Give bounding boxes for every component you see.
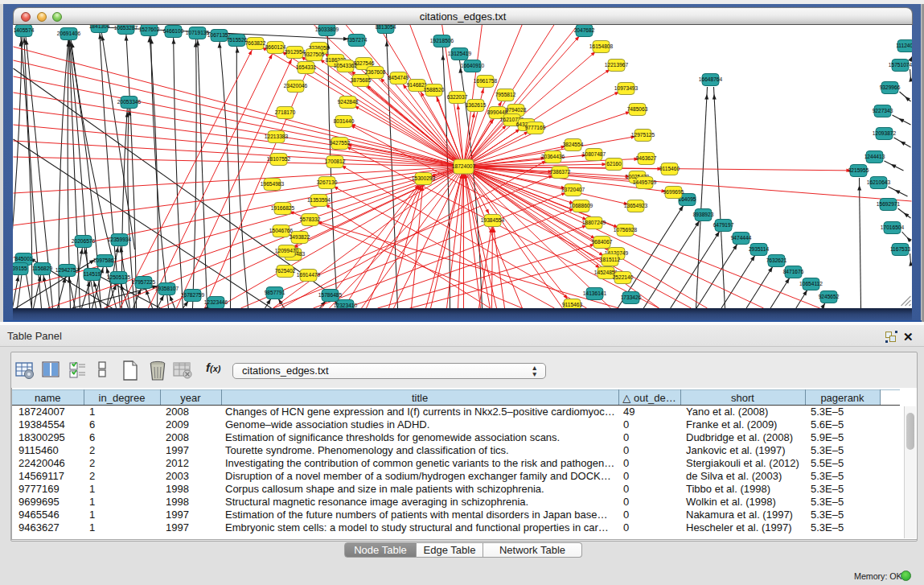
- svg-text:9474444: 9474444: [731, 235, 752, 241]
- svg-text:1588520: 1588520: [424, 87, 445, 93]
- svg-text:1112404: 1112404: [896, 43, 912, 48]
- svg-text:3875685: 3875685: [351, 77, 372, 83]
- svg-text:10719135: 10719135: [186, 30, 210, 35]
- svg-text:7663822: 7663822: [245, 40, 266, 46]
- svg-text:9684067: 9684067: [592, 239, 613, 245]
- svg-text:10756928: 10756928: [614, 227, 638, 233]
- svg-text:16210643: 16210643: [867, 179, 891, 185]
- svg-text:6479197: 6479197: [713, 222, 734, 228]
- svg-text:7386372: 7386372: [550, 169, 571, 175]
- svg-text:10973493: 10973493: [614, 85, 639, 91]
- svg-text:12942757: 12942757: [55, 267, 80, 273]
- svg-text:15046766: 15046766: [269, 228, 294, 233]
- svg-text:1362615: 1362615: [466, 102, 487, 108]
- svg-text:6322037: 6322037: [447, 94, 468, 100]
- svg-text:9245652: 9245652: [819, 294, 840, 299]
- svg-text:114519: 114519: [84, 271, 101, 277]
- svg-text:845001: 845001: [14, 256, 32, 262]
- svg-text:11353594: 11353594: [307, 197, 331, 203]
- svg-text:20364436: 20364436: [541, 154, 565, 159]
- svg-text:1841304: 1841304: [89, 25, 110, 29]
- svg-text:8215955: 8215955: [848, 167, 869, 173]
- svg-text:8471676: 8471676: [783, 269, 804, 274]
- svg-text:14495769: 14495769: [633, 179, 657, 185]
- svg-text:5578332: 5578332: [300, 216, 321, 222]
- svg-text:14136141: 14136141: [583, 290, 607, 296]
- svg-text:10975867: 10975867: [93, 257, 117, 263]
- svg-text:1167533: 1167533: [890, 246, 911, 252]
- svg-text:3493822: 3493822: [290, 234, 310, 240]
- svg-text:9699695: 9699695: [663, 189, 684, 195]
- svg-text:18724007: 18724007: [452, 163, 476, 169]
- svg-text:16782759: 16782759: [181, 292, 205, 298]
- svg-text:8031440: 8031440: [334, 118, 355, 124]
- svg-text:62160: 62160: [606, 161, 622, 167]
- svg-text:7632621: 7632621: [766, 257, 787, 263]
- svg-text:39155: 39155: [13, 266, 27, 271]
- svg-text:7357274: 7357274: [347, 37, 368, 43]
- svg-text:2522140: 2522140: [613, 274, 634, 280]
- svg-text:16914479: 16914479: [297, 272, 321, 278]
- svg-text:18807249: 18807249: [582, 220, 606, 225]
- svg-text:12213383: 12213383: [265, 134, 289, 139]
- svg-text:1815112: 1815112: [600, 257, 621, 262]
- svg-text:2935114: 2935114: [749, 246, 770, 252]
- svg-text:10654112: 10654112: [799, 281, 823, 286]
- svg-text:6466100: 6466100: [163, 28, 184, 34]
- svg-text:23420046: 23420046: [284, 83, 308, 89]
- svg-text:10543362: 10543362: [334, 63, 358, 68]
- svg-text:13720407: 13720407: [561, 187, 585, 192]
- svg-text:16961758: 16961758: [474, 78, 498, 84]
- svg-text:1700812: 1700812: [325, 159, 346, 164]
- svg-text:9427552: 9427552: [330, 140, 351, 146]
- svg-text:3824554: 3824554: [563, 142, 584, 147]
- svg-text:20206576: 20206576: [72, 238, 96, 244]
- svg-text:1654331: 1654331: [296, 64, 317, 70]
- svg-text:12323446: 12323446: [204, 299, 228, 305]
- svg-text:19358107: 19358107: [155, 286, 179, 291]
- svg-text:12093872: 12093872: [873, 130, 897, 136]
- svg-text:16648764: 16648764: [699, 76, 723, 82]
- svg-text:16154808: 16154808: [589, 43, 614, 49]
- svg-text:9115460: 9115460: [659, 166, 680, 171]
- svg-text:13654923: 13654923: [624, 203, 648, 208]
- svg-text:9115463: 9115463: [562, 302, 583, 307]
- svg-text:3267130: 3267130: [317, 179, 338, 185]
- svg-text:8813054: 8813054: [376, 25, 396, 30]
- svg-text:1244413: 1244413: [864, 154, 885, 159]
- svg-text:19384554: 19384554: [481, 217, 505, 223]
- svg-text:8660124: 8660124: [265, 44, 286, 50]
- svg-text:12099470: 12099470: [275, 248, 299, 253]
- svg-text:20053346: 20053346: [117, 99, 142, 105]
- svg-text:10688609: 10688609: [569, 203, 593, 208]
- svg-text:15751074: 15751074: [889, 62, 912, 68]
- svg-text:9857791: 9857791: [265, 290, 285, 295]
- svg-text:13125419: 13125419: [448, 51, 472, 56]
- svg-text:9327505: 9327505: [304, 51, 325, 57]
- svg-text:20691406: 20691406: [57, 31, 81, 36]
- svg-text:1527602: 1527602: [139, 27, 160, 32]
- svg-text:17957225: 17957225: [132, 279, 156, 285]
- svg-text:2367608: 2367608: [365, 69, 386, 75]
- svg-text:7955812: 7955812: [495, 92, 516, 97]
- svg-text:15786485: 15786485: [318, 292, 343, 298]
- svg-text:2047682: 2047682: [574, 27, 595, 33]
- svg-text:9463627: 9463627: [636, 155, 657, 161]
- svg-text:12323410: 12323410: [334, 303, 358, 308]
- svg-text:9227343: 9227343: [873, 108, 893, 113]
- svg-text:3912954: 3912954: [285, 49, 306, 55]
- svg-text:8454749: 8454749: [388, 75, 409, 80]
- svg-text:12975125: 12975125: [631, 132, 655, 138]
- svg-text:16640910: 16640910: [461, 63, 485, 68]
- svg-text:2718170: 2718170: [275, 109, 296, 115]
- svg-text:10653287: 10653287: [114, 25, 138, 31]
- svg-text:15300293: 15300293: [412, 175, 436, 181]
- svg-text:9329966: 9329966: [880, 84, 901, 90]
- svg-text:18107552: 18107552: [267, 156, 291, 162]
- svg-text:1156829: 1156829: [32, 266, 53, 271]
- svg-text:7625402: 7625402: [275, 268, 296, 274]
- svg-text:16033809: 16033809: [315, 27, 339, 32]
- svg-text:15692971: 15692971: [877, 201, 901, 207]
- svg-text:12359934: 12359934: [108, 237, 132, 242]
- svg-text:19654983: 19654983: [261, 181, 285, 187]
